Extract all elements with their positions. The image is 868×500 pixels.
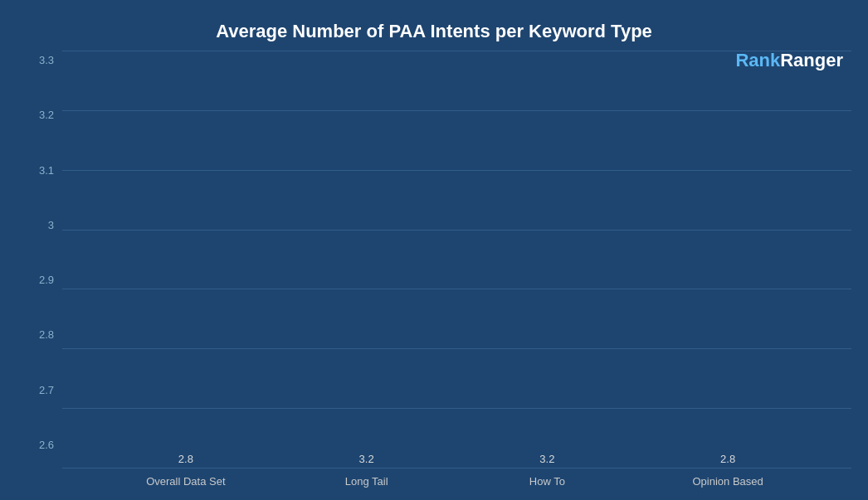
bar-value-label: 3.2 xyxy=(539,453,554,465)
y-axis-label: 2.8 xyxy=(39,329,54,340)
bar-group: 2.8 xyxy=(136,453,236,468)
grid-and-bars: 2.83.23.22.8 xyxy=(62,51,851,468)
x-axis-label: Long Tail xyxy=(317,475,417,488)
chart-container: Average Number of PAA Intents per Keywor… xyxy=(0,0,868,500)
x-axis-label: Opinion Based xyxy=(678,475,778,488)
y-axis-label: 3.3 xyxy=(39,55,54,66)
y-axis-label: 3 xyxy=(48,220,54,231)
chart-title: Average Number of PAA Intents per Keywor… xyxy=(17,17,851,42)
bars-container: 2.83.23.22.8 xyxy=(62,51,851,468)
plot-area: 2.83.23.22.8 Overall Data SetLong TailHo… xyxy=(62,51,851,492)
x-axis-label: How To xyxy=(497,475,597,488)
y-axis-label: 2.6 xyxy=(39,439,54,450)
y-axis: 3.33.23.132.92.82.72.6 xyxy=(17,51,62,492)
y-axis-label: 3.2 xyxy=(39,109,54,120)
y-axis-label: 3.1 xyxy=(39,165,54,176)
y-axis-label: 2.9 xyxy=(39,274,54,285)
bar-value-label: 2.8 xyxy=(720,453,735,465)
bar-group: 3.2 xyxy=(317,453,417,468)
bar-group: 2.8 xyxy=(678,453,778,468)
y-axis-label: 2.7 xyxy=(39,385,54,396)
bar-group: 3.2 xyxy=(497,453,597,468)
x-labels: Overall Data SetLong TailHow ToOpinion B… xyxy=(62,468,851,492)
x-axis-label: Overall Data Set xyxy=(136,475,236,488)
bar-value-label: 2.8 xyxy=(178,453,193,465)
bar-value-label: 3.2 xyxy=(359,453,374,465)
chart-area: 3.33.23.132.92.82.72.6 2.83.23.22.8 Over… xyxy=(17,51,851,492)
